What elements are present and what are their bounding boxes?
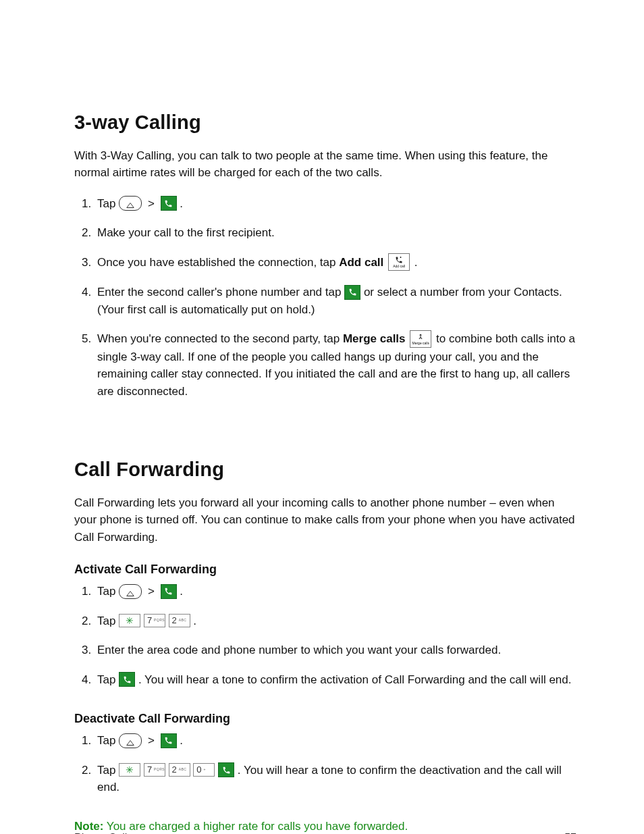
step-text: Tap bbox=[97, 673, 119, 686]
merge-calls-label: Merge calls bbox=[343, 332, 406, 345]
dialpad-0-icon: 0 + bbox=[193, 763, 215, 777]
key-num: 0 bbox=[196, 763, 201, 777]
step-1: Tap > . bbox=[95, 195, 576, 213]
svg-rect-2 bbox=[127, 745, 133, 746]
svg-rect-0 bbox=[127, 207, 133, 208]
phone-app-icon bbox=[161, 196, 177, 211]
separator-gt: > bbox=[148, 197, 155, 210]
step-text: Tap bbox=[97, 764, 119, 777]
key-num: 7 bbox=[147, 614, 152, 627]
step-5: When you're connected to the second part… bbox=[95, 330, 576, 400]
footer-section-name: Phone Calls bbox=[74, 830, 132, 834]
step-text: Tap bbox=[97, 197, 119, 210]
add-call-icon: Add call bbox=[388, 253, 410, 271]
key-sub: PQRS bbox=[154, 767, 165, 773]
intro-3way: With 3-Way Calling, you can talk to two … bbox=[74, 147, 576, 182]
dialpad-2-icon: 2 ABC bbox=[169, 763, 190, 777]
phone-dial-icon bbox=[344, 285, 360, 300]
key-sub: ABC bbox=[179, 618, 186, 623]
step-text-end: . bbox=[180, 734, 183, 747]
activate-step-3: Enter the area code and phone number to … bbox=[95, 642, 576, 659]
step-text: When you're connected to the second part… bbox=[97, 332, 343, 345]
step-text-end: . bbox=[180, 197, 183, 210]
key-sub: PQRS bbox=[154, 618, 165, 623]
star-glyph: ✳ bbox=[126, 614, 134, 628]
step-text: Tap bbox=[97, 615, 119, 627]
dialpad-star-icon: ✳ bbox=[119, 763, 140, 777]
deactivate-step-1: Tap > . bbox=[95, 732, 576, 750]
dialpad-7-icon: 7 PQRS bbox=[144, 614, 165, 627]
heading-call-forwarding: Call Forwarding bbox=[74, 455, 576, 485]
phone-dial-icon bbox=[119, 672, 135, 687]
dialpad-star-icon: ✳ bbox=[119, 614, 140, 627]
step-text-end: . You will hear a tone to confirm the de… bbox=[97, 764, 562, 794]
key-num: 2 bbox=[172, 763, 177, 777]
steps-activate: Tap > . Tap ✳ 7 PQRS 2 ABC . bbox=[74, 583, 576, 688]
step-4: Enter the second caller's phone number a… bbox=[95, 284, 576, 318]
svg-rect-1 bbox=[127, 596, 133, 596]
dialpad-7-icon: 7 PQRS bbox=[144, 763, 165, 777]
separator-gt: > bbox=[148, 734, 155, 747]
separator-gt: > bbox=[148, 585, 155, 598]
steps-3way: Tap > . Make your call to the first reci… bbox=[74, 195, 576, 400]
home-key-icon bbox=[119, 733, 142, 748]
step-text-end: . bbox=[193, 615, 196, 627]
page: 3-way Calling With 3-Way Calling, you ca… bbox=[0, 0, 644, 834]
home-key-icon bbox=[119, 584, 142, 599]
step-text: Once you have established the connection… bbox=[97, 256, 339, 269]
page-footer: Phone Calls 57 bbox=[74, 830, 576, 834]
dialpad-2-icon: 2 ABC bbox=[169, 614, 190, 627]
star-glyph: ✳ bbox=[126, 763, 134, 777]
deactivate-step-2: Tap ✳ 7 PQRS 2 ABC 0 + . You will hear a… bbox=[95, 762, 576, 796]
step-text: Tap bbox=[97, 585, 119, 598]
step-3: Once you have established the connection… bbox=[95, 254, 576, 272]
step-2: Make your call to the first recipient. bbox=[95, 224, 576, 242]
subheading-deactivate: Deactivate Call Forwarding bbox=[74, 710, 576, 728]
phone-dial-icon bbox=[218, 762, 234, 777]
key-sub: ABC bbox=[179, 767, 186, 773]
activate-step-2: Tap ✳ 7 PQRS 2 ABC . bbox=[95, 613, 576, 630]
phone-app-icon bbox=[161, 584, 177, 599]
key-num: 2 bbox=[172, 614, 177, 627]
key-sub: + bbox=[204, 767, 206, 773]
intro-call-forwarding: Call Forwarding lets you forward all you… bbox=[74, 494, 576, 546]
step-text: Enter the second caller's phone number a… bbox=[97, 286, 344, 298]
subheading-activate: Activate Call Forwarding bbox=[74, 561, 576, 579]
step-text-end: . bbox=[180, 585, 183, 598]
key-num: 7 bbox=[147, 763, 152, 777]
home-key-icon bbox=[119, 196, 142, 211]
add-call-icon-label: Add call bbox=[393, 265, 405, 268]
activate-step-1: Tap > . bbox=[95, 583, 576, 600]
activate-step-4: Tap . You will hear a tone to confirm th… bbox=[95, 671, 576, 689]
merge-calls-icon-label: Merge calls bbox=[412, 342, 429, 345]
phone-app-icon bbox=[161, 733, 177, 748]
footer-page-number: 57 bbox=[564, 830, 576, 834]
step-text: Tap bbox=[97, 734, 119, 747]
heading-3way-calling: 3-way Calling bbox=[74, 108, 576, 138]
step-text-end: . bbox=[414, 256, 418, 269]
steps-deactivate: Tap > . Tap ✳ 7 PQRS 2 ABC bbox=[74, 732, 576, 796]
merge-calls-icon: Merge calls bbox=[410, 330, 431, 348]
add-call-label: Add call bbox=[339, 256, 383, 269]
step-text-end: . You will hear a tone to confirm the ac… bbox=[138, 673, 572, 686]
